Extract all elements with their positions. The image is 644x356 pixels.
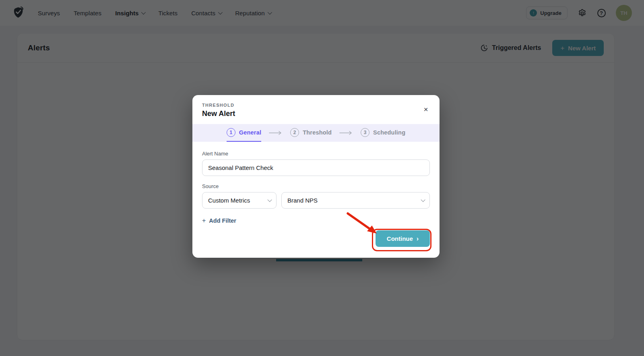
wizard-stepper: 1 General 2 Threshold 3 Scheduling bbox=[192, 124, 440, 142]
step-label: Scheduling bbox=[373, 129, 405, 136]
step-arrow-icon bbox=[268, 130, 283, 135]
source-type-select[interactable]: Custom Metrics bbox=[202, 192, 277, 209]
step-number: 1 bbox=[227, 128, 235, 137]
continue-button[interactable]: Continue › bbox=[376, 230, 430, 247]
modal-body: Alert Name Source Custom Metrics Brand N… bbox=[192, 142, 440, 258]
modal-header: THRESHOLD New Alert × bbox=[192, 95, 440, 124]
alert-name-input[interactable] bbox=[202, 159, 430, 176]
step-number: 2 bbox=[290, 128, 299, 137]
chevron-right-icon: › bbox=[417, 236, 419, 242]
source-metric-select[interactable]: Brand NPS bbox=[281, 192, 430, 209]
source-type-value: Custom Metrics bbox=[208, 197, 250, 204]
add-filter-label: Add Filter bbox=[209, 217, 236, 224]
plus-icon: + bbox=[202, 217, 206, 224]
step-label: Threshold bbox=[303, 129, 332, 136]
chevron-down-icon bbox=[421, 197, 425, 202]
step-number: 3 bbox=[361, 128, 369, 137]
step-threshold[interactable]: 2 Threshold bbox=[290, 124, 332, 142]
source-metric-value: Brand NPS bbox=[287, 197, 318, 204]
modal-eyebrow: THRESHOLD bbox=[202, 103, 430, 108]
alert-name-label: Alert Name bbox=[202, 151, 430, 157]
continue-label: Continue bbox=[387, 235, 413, 242]
source-label: Source bbox=[202, 183, 430, 189]
step-scheduling[interactable]: 3 Scheduling bbox=[361, 124, 405, 142]
add-filter-button[interactable]: + Add Filter bbox=[202, 217, 236, 224]
step-arrow-icon bbox=[339, 130, 353, 135]
source-row: Custom Metrics Brand NPS bbox=[202, 192, 430, 209]
new-alert-modal: THRESHOLD New Alert × 1 General 2 Thresh… bbox=[192, 95, 440, 258]
chevron-down-icon bbox=[267, 197, 272, 202]
modal-title: New Alert bbox=[202, 110, 430, 118]
step-label: General bbox=[239, 129, 261, 136]
step-general[interactable]: 1 General bbox=[227, 124, 261, 142]
close-icon[interactable]: × bbox=[421, 105, 431, 114]
